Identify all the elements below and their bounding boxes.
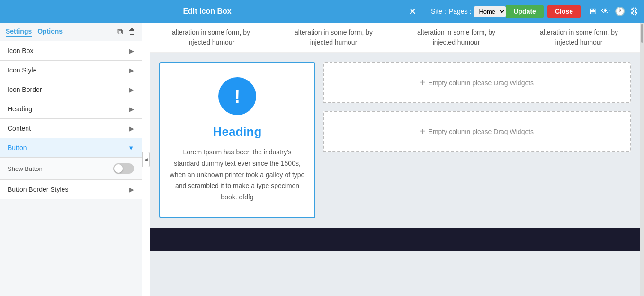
sidebar: Settings Options ⧉ 🗑 Icon Box ▶ Icon Sty… bbox=[0, 23, 142, 296]
toggle-thumb bbox=[114, 164, 123, 173]
top-strip-col-4-line2: injected humour bbox=[522, 37, 635, 47]
main-layout: Settings Options ⧉ 🗑 Icon Box ▶ Icon Sty… bbox=[0, 23, 644, 296]
chevron-right-icon: ▶ bbox=[129, 86, 134, 93]
top-strip-col-4-line1: alteration in some form, by bbox=[522, 27, 635, 37]
card-body: Lorem Ipsum has been the industry's stan… bbox=[170, 147, 305, 203]
header-close-x-button[interactable]: ✕ bbox=[409, 6, 417, 17]
icon-box-card[interactable]: ! Heading Lorem Ipsum has been the indus… bbox=[159, 62, 315, 218]
chevron-right-icon: ▶ bbox=[129, 67, 134, 74]
collapse-symbol: ◀ bbox=[144, 157, 148, 162]
sidebar-item-icon-style-label: Icon Style bbox=[8, 66, 36, 74]
plus-icon-1: + bbox=[420, 77, 426, 88]
icon-circle: ! bbox=[218, 77, 256, 115]
empty-column-1-label: Empty column please Drag Widgets bbox=[429, 79, 534, 87]
header-icon-group: 🖥 👁 🕐 ⛓ bbox=[588, 6, 638, 17]
chevron-down-icon: ▼ bbox=[128, 144, 134, 152]
pages-label: Pages : bbox=[449, 8, 471, 15]
close-button[interactable]: Close bbox=[547, 5, 581, 18]
plus-icon-2: + bbox=[420, 126, 426, 137]
sidebar-item-icon-style[interactable]: Icon Style ▶ bbox=[0, 61, 142, 80]
button-sub-section: Show Button bbox=[0, 158, 142, 180]
card-heading: Heading bbox=[170, 125, 305, 139]
chevron-right-icon: ▶ bbox=[129, 106, 134, 113]
sidebar-item-icon-border-label: Icon Border bbox=[8, 86, 42, 93]
scrollbar[interactable] bbox=[640, 23, 644, 296]
sidebar-item-button-border-label: Button Border Styles bbox=[8, 186, 68, 193]
top-strip-col-4: alteration in some form, by injected hum… bbox=[518, 27, 640, 47]
desktop-icon[interactable]: 🖥 bbox=[588, 7, 597, 17]
exclamation-icon: ! bbox=[234, 87, 240, 106]
top-strip-col-1-line2: injected humour bbox=[154, 37, 268, 47]
site-info: Site : Pages : Home bbox=[431, 6, 506, 17]
sidebar-item-content[interactable]: Content ▶ bbox=[0, 119, 142, 138]
top-strip-col-3-line1: alteration in some form, by bbox=[400, 27, 513, 37]
content-area: alteration in some form, by injected hum… bbox=[150, 23, 640, 296]
top-strip-col-1: alteration in some form, by injected hum… bbox=[150, 27, 272, 47]
header-actions: Update Close 🖥 👁 🕐 ⛓ bbox=[506, 5, 638, 18]
header: Edit Icon Box ✕ Site : Pages : Home Upda… bbox=[0, 0, 644, 23]
chevron-right-icon: ▶ bbox=[129, 186, 134, 193]
sidebar-item-button-border[interactable]: Button Border Styles ▶ bbox=[0, 180, 142, 199]
sidebar-item-icon-box[interactable]: Icon Box ▶ bbox=[0, 41, 142, 61]
empty-columns: + Empty column please Drag Widgets + Emp… bbox=[323, 62, 631, 152]
sidebar-item-heading-label: Heading bbox=[8, 105, 32, 113]
top-strip-col-1-line1: alteration in some form, by bbox=[154, 27, 268, 37]
pages-select[interactable]: Home bbox=[474, 6, 506, 17]
header-title: Edit Icon Box bbox=[6, 7, 409, 16]
history-icon[interactable]: 🕐 bbox=[615, 6, 625, 17]
copy-icon[interactable]: ⧉ bbox=[117, 27, 123, 36]
top-strip-col-3: alteration in some form, by injected hum… bbox=[395, 27, 518, 47]
sidebar-item-heading[interactable]: Heading ▶ bbox=[0, 99, 142, 119]
sidebar-tabs: Settings Options ⧉ 🗑 bbox=[0, 23, 142, 41]
bottom-dark-section bbox=[150, 228, 640, 251]
top-strip-col-3-line2: injected humour bbox=[400, 37, 513, 47]
show-button-label: Show Button bbox=[8, 165, 43, 172]
site-label: Site : bbox=[431, 8, 446, 15]
empty-column-2[interactable]: + Empty column please Drag Widgets bbox=[323, 111, 631, 152]
top-strip-col-2-line1: alteration in some form, by bbox=[277, 27, 390, 37]
sidebar-item-icon-border[interactable]: Icon Border ▶ bbox=[0, 80, 142, 99]
empty-column-1[interactable]: + Empty column please Drag Widgets bbox=[323, 62, 631, 103]
chevron-right-icon: ▶ bbox=[129, 47, 134, 54]
widget-area: ! Heading Lorem Ipsum has been the indus… bbox=[150, 53, 640, 228]
sidebar-collapse-handle[interactable]: ◀ bbox=[142, 152, 150, 167]
top-strip-col-2: alteration in some form, by injected hum… bbox=[272, 27, 395, 47]
update-button[interactable]: Update bbox=[506, 5, 543, 18]
sidebar-item-button[interactable]: Button ▼ bbox=[0, 138, 142, 158]
top-strip-col-2-line2: injected humour bbox=[277, 37, 390, 47]
top-strip: alteration in some form, by injected hum… bbox=[150, 23, 640, 53]
sidebar-item-icon-box-label: Icon Box bbox=[8, 47, 33, 54]
toggle-track[interactable] bbox=[113, 163, 134, 174]
scrollbar-thumb bbox=[641, 24, 643, 43]
tab-settings[interactable]: Settings bbox=[6, 27, 32, 37]
tab-options[interactable]: Options bbox=[37, 27, 63, 37]
delete-icon[interactable]: 🗑 bbox=[128, 27, 136, 36]
sidebar-item-content-label: Content bbox=[8, 125, 31, 132]
chevron-right-icon: ▶ bbox=[129, 125, 134, 132]
show-button-toggle[interactable] bbox=[113, 163, 134, 174]
show-button-row: Show Button bbox=[8, 163, 134, 174]
eye-icon[interactable]: 👁 bbox=[601, 7, 610, 17]
sidebar-item-button-label: Button bbox=[8, 144, 27, 152]
empty-column-2-label: Empty column please Drag Widgets bbox=[429, 128, 534, 135]
sitemap-icon[interactable]: ⛓ bbox=[630, 7, 638, 17]
